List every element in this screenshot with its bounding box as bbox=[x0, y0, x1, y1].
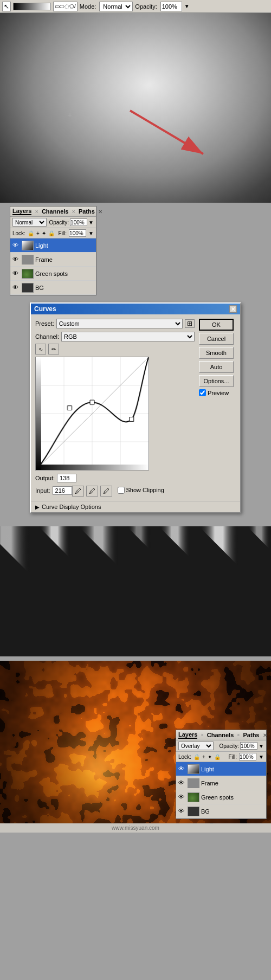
options-button[interactable]: Options... bbox=[199, 375, 234, 387]
tab-layers-2[interactable]: Layers bbox=[178, 731, 197, 739]
opacity-arrow-2[interactable]: ▼ bbox=[259, 743, 264, 749]
thumb-light-2 bbox=[188, 764, 199, 774]
arrow-overlay bbox=[119, 100, 217, 165]
eyedropper-gray[interactable]: 🖊 bbox=[86, 486, 98, 497]
fill-arrow-1[interactable]: ▼ bbox=[88, 230, 94, 236]
input-value[interactable]: 216 bbox=[53, 486, 72, 495]
rect-tool-icon[interactable]: ▭ bbox=[55, 3, 60, 9]
ok-button[interactable]: OK bbox=[199, 319, 234, 331]
fill-label-1: Fill: bbox=[59, 230, 67, 236]
panel-close-2[interactable]: ✕ bbox=[263, 732, 267, 738]
curves-title: Curves bbox=[34, 305, 56, 313]
preset-select[interactable]: Custom bbox=[56, 319, 183, 328]
curves-buttons: OK Cancel Smooth Auto Options... Preview bbox=[199, 319, 236, 497]
gradient-swatch[interactable] bbox=[13, 3, 51, 10]
tab-paths-2[interactable]: Paths bbox=[243, 732, 260, 738]
eye-icon-frame-2[interactable]: 👁 bbox=[178, 779, 186, 787]
curve-pen-tool[interactable]: ∿ bbox=[35, 344, 46, 354]
curve-pencil-tool[interactable]: ✏ bbox=[48, 344, 59, 354]
layer-row-bg-2[interactable]: 👁 BG bbox=[176, 804, 266, 818]
curves-left: Preset: Custom ⊞ Channel: RGB ∿ ✏ bbox=[35, 319, 195, 497]
lock-move-2[interactable]: ✦ bbox=[208, 754, 212, 760]
smooth-button[interactable]: Smooth bbox=[199, 347, 234, 359]
tool-group-2: ▭ ⬭ ◌ ⬠ / bbox=[53, 2, 78, 11]
layer-row-bg-1[interactable]: 👁 BG bbox=[10, 281, 96, 295]
polygon-tool-icon[interactable]: ⬠ bbox=[69, 3, 74, 9]
eyedropper-white[interactable]: 🖊 bbox=[100, 486, 112, 497]
mode-select[interactable]: Normal bbox=[99, 2, 133, 11]
fill-value-2[interactable] bbox=[239, 753, 256, 760]
eye-icon-bg-1[interactable]: 👁 bbox=[12, 284, 20, 292]
layer-row-light-2[interactable]: 👁 Light bbox=[176, 762, 266, 776]
output-label: Output: bbox=[35, 475, 55, 481]
layer-row-frame-1[interactable]: 👁 Frame bbox=[10, 253, 96, 267]
fill-label-2: Fill: bbox=[229, 754, 237, 760]
curves-graph[interactable] bbox=[35, 357, 149, 470]
preset-options-icon[interactable]: ⊞ bbox=[185, 319, 195, 328]
curve-display-options: ▶ Curve Display Options bbox=[31, 501, 240, 512]
output-row: Output: 138 bbox=[35, 474, 195, 482]
metallic-canvas bbox=[0, 526, 271, 656]
opacity-input[interactable] bbox=[160, 2, 182, 11]
layers-mode-select-1[interactable]: Normal bbox=[12, 218, 47, 227]
curves-graph-container bbox=[35, 357, 195, 472]
curves-preset-row: Preset: Custom ⊞ bbox=[35, 319, 195, 328]
tab-layers-1[interactable]: Layers bbox=[12, 208, 31, 215]
layers-mode-select-2[interactable]: Overlay bbox=[178, 742, 214, 750]
lock-icon-2[interactable]: 🔒 bbox=[193, 754, 200, 760]
main-toolbar: ↖ ▭ ⬭ ◌ ⬠ / Mode: Normal Opacity: ▼ bbox=[0, 0, 271, 13]
lock-icon-1[interactable]: 🔒 bbox=[28, 230, 34, 236]
tab-channels-2[interactable]: Channels bbox=[207, 732, 234, 738]
layer-row-greenspots-1[interactable]: 👁 Green spots bbox=[10, 267, 96, 281]
panel-close-1[interactable]: ✕ bbox=[98, 209, 102, 215]
thumb-bg-2 bbox=[188, 807, 199, 816]
fill-value-1[interactable] bbox=[69, 229, 86, 237]
auto-button[interactable]: Auto bbox=[199, 361, 234, 373]
curves-dialog: Curves ✕ Preset: Custom ⊞ Channel: bbox=[30, 302, 241, 513]
layer-row-greenspots-2[interactable]: 👁 Green spots bbox=[176, 790, 266, 804]
lock-partial-icon[interactable]: + bbox=[36, 230, 40, 236]
eye-icon-bg-2[interactable]: 👁 bbox=[178, 808, 186, 815]
preview-label: Preview bbox=[208, 390, 229, 396]
eye-icon-greenspots-1[interactable]: 👁 bbox=[12, 270, 20, 278]
eye-icon-light-1[interactable]: 👁 bbox=[12, 242, 20, 249]
show-clipping-checkbox[interactable] bbox=[118, 487, 125, 494]
lock-move-icon[interactable]: ✦ bbox=[42, 230, 46, 236]
fill-arrow-2[interactable]: ▼ bbox=[259, 754, 264, 760]
channel-label: Channel: bbox=[35, 333, 59, 340]
tab-channels-1[interactable]: Channels bbox=[42, 208, 69, 215]
lock-all-icon[interactable]: 🔒 bbox=[48, 230, 55, 236]
ellipse-tool-icon[interactable]: ⬭ bbox=[60, 3, 64, 10]
thumb-light-1 bbox=[22, 241, 34, 250]
lock-partial-2[interactable]: + bbox=[202, 754, 205, 760]
expand-icon[interactable]: ▶ bbox=[35, 504, 40, 510]
eye-icon-greenspots-2[interactable]: 👁 bbox=[178, 794, 186, 801]
eye-icon-frame-1[interactable]: 👁 bbox=[12, 256, 20, 263]
opacity-arrow-icon[interactable]: ▼ bbox=[184, 3, 190, 9]
arrow-tool-icon[interactable]: ↖ bbox=[4, 3, 9, 10]
tab-paths-1[interactable]: Paths bbox=[79, 208, 95, 215]
layers-panel-2: Layers × Channels × Paths ✕ Overlay Opac… bbox=[176, 730, 267, 819]
opacity-arrow-1[interactable]: ▼ bbox=[88, 220, 94, 225]
line-tool-icon[interactable]: / bbox=[74, 3, 76, 9]
layer-row-light-1[interactable]: 👁 Light bbox=[10, 238, 96, 253]
preview-checkbox[interactable] bbox=[199, 389, 206, 396]
layer-name-bg-1: BG bbox=[35, 285, 94, 291]
channel-select[interactable]: RGB bbox=[61, 332, 195, 341]
lasso-tool-icon[interactable]: ◌ bbox=[64, 3, 69, 9]
eyedropper-black[interactable]: 🖊 bbox=[72, 486, 84, 497]
input-label: Input: bbox=[35, 487, 50, 494]
curves-close-btn[interactable]: ✕ bbox=[229, 305, 237, 313]
layer-row-frame-2[interactable]: 👁 Frame bbox=[176, 776, 266, 790]
eye-icon-light-2[interactable]: 👁 bbox=[178, 765, 186, 773]
output-value[interactable]: 138 bbox=[57, 474, 76, 482]
lock-all-2[interactable]: 🔒 bbox=[214, 754, 221, 760]
input-area: Input: 216 bbox=[35, 485, 72, 495]
cancel-button[interactable]: Cancel bbox=[199, 333, 234, 345]
thumb-frame-1 bbox=[22, 255, 34, 265]
opacity-value-1[interactable] bbox=[70, 218, 87, 226]
layers-panel-1: Layers × Channels × Paths ✕ Normal Opaci… bbox=[10, 206, 96, 295]
curves-channel-row: Channel: RGB bbox=[35, 332, 195, 341]
curve-display-label: Curve Display Options bbox=[42, 504, 101, 510]
opacity-value-2[interactable] bbox=[240, 742, 257, 750]
